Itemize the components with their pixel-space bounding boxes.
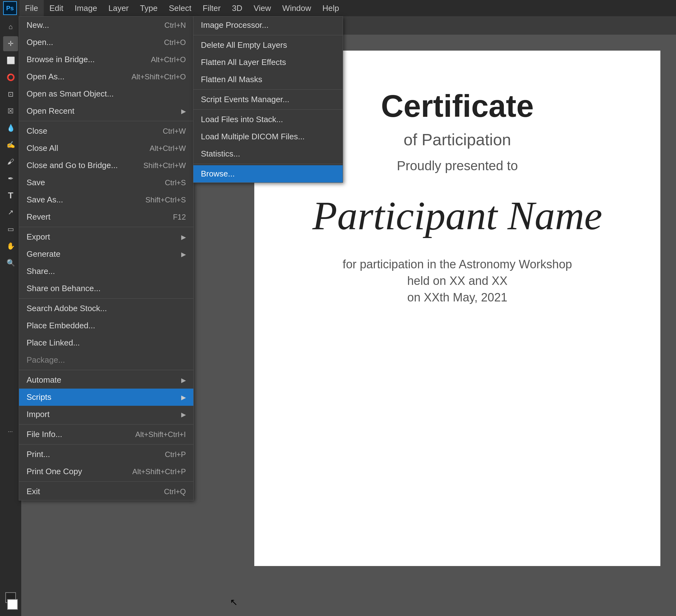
scripts-events-manager[interactable]: Script Events Manager...	[193, 91, 343, 108]
path-selection-icon[interactable]: ↗	[3, 205, 18, 220]
scripts-image-processor[interactable]: Image Processor...	[193, 16, 343, 34]
scripts-divider-1	[193, 35, 343, 35]
file-close[interactable]: Close Ctrl+W	[19, 122, 193, 139]
menu-view[interactable]: View	[248, 0, 277, 16]
menu-edit[interactable]: Edit	[44, 0, 69, 16]
file-package[interactable]: Package...	[19, 351, 193, 369]
ps-logo: Ps	[3, 1, 17, 15]
paint-brush-icon[interactable]: 🖌	[3, 154, 18, 169]
menu-filter[interactable]: Filter	[197, 0, 226, 16]
file-info[interactable]: File Info... Alt+Shift+Ctrl+I	[19, 426, 193, 443]
file-search-stock[interactable]: Search Adobe Stock...	[19, 300, 193, 317]
divider-4	[19, 370, 193, 370]
menu-type[interactable]: Type	[134, 0, 163, 16]
patch-tool-icon[interactable]: ☒	[3, 104, 18, 119]
file-print-one-copy[interactable]: Print One Copy Alt+Shift+Ctrl+P	[19, 463, 193, 480]
eyedropper-tool-icon[interactable]: 💧	[3, 121, 18, 135]
file-exit[interactable]: Exit Ctrl+Q	[19, 483, 193, 500]
scripts-submenu: Image Processor... Delete All Empty Laye…	[193, 16, 343, 183]
file-automate[interactable]: Automate ▶	[19, 372, 193, 389]
cert-for-line2: held on XX and XX	[407, 274, 507, 288]
cert-date: on XXth May, 2021	[407, 291, 507, 304]
scripts-statistics[interactable]: Statistics...	[193, 145, 343, 162]
cert-presented: Proudly presented to	[397, 158, 518, 173]
scripts-divider-4	[193, 164, 343, 164]
scripts-divider-3	[193, 109, 343, 110]
scripts-divider-2	[193, 89, 343, 90]
lasso-tool-icon[interactable]: ⭕	[3, 70, 18, 85]
file-close-go-bridge[interactable]: Close and Go to Bridge... Shift+Ctrl+W	[19, 157, 193, 174]
file-open-smart-object[interactable]: Open as Smart Object...	[19, 85, 193, 103]
menu-3d[interactable]: 3D	[226, 0, 248, 16]
file-import[interactable]: Import ▶	[19, 406, 193, 423]
file-open-recent[interactable]: Open Recent ▶	[19, 103, 193, 120]
healing-tool-icon[interactable]: ✍	[3, 137, 18, 153]
move-tool-icon[interactable]: ✛	[3, 36, 18, 51]
hand-tool-icon[interactable]: ✋	[3, 239, 18, 254]
file-open[interactable]: Open... Ctrl+O	[19, 34, 193, 51]
scripts-load-dicom[interactable]: Load Multiple DICOM Files...	[193, 128, 343, 145]
selection-tool-icon[interactable]: ⬜	[3, 53, 18, 68]
file-share-behance[interactable]: Share on Behance...	[19, 280, 193, 297]
file-open-as[interactable]: Open As... Alt+Shift+Ctrl+O	[19, 68, 193, 85]
file-browse-bridge[interactable]: Browse in Bridge... Alt+Ctrl+O	[19, 51, 193, 68]
menu-layer[interactable]: Layer	[103, 0, 134, 16]
file-print[interactable]: Print... Ctrl+P	[19, 446, 193, 463]
file-place-embedded[interactable]: Place Embedded...	[19, 317, 193, 334]
pen-tool-icon[interactable]: ✒	[3, 171, 18, 186]
file-save-as[interactable]: Save As... Shift+Ctrl+S	[19, 191, 193, 208]
file-export[interactable]: Export ▶	[19, 228, 193, 245]
type-tool-icon[interactable]: T	[3, 188, 18, 203]
file-save[interactable]: Save Ctrl+S	[19, 174, 193, 191]
menu-image[interactable]: Image	[69, 0, 103, 16]
cert-for-line1: for participation in the Astronomy Works…	[343, 258, 572, 271]
menu-items: File Edit Image Layer Type Select Filter…	[19, 0, 345, 16]
cert-title: Certificate	[381, 88, 533, 124]
file-share[interactable]: Share...	[19, 263, 193, 280]
home-icon[interactable]: ⌂	[3, 19, 18, 34]
divider-2	[19, 227, 193, 227]
divider-5	[19, 424, 193, 425]
scripts-flatten-layer-effects[interactable]: Flatten All Layer Effects	[193, 54, 343, 71]
menu-file[interactable]: File	[19, 0, 44, 16]
cert-name: Participant Name	[313, 192, 602, 239]
file-close-all[interactable]: Close All Alt+Ctrl+W	[19, 139, 193, 157]
file-new[interactable]: New... Ctrl+N	[19, 16, 193, 34]
scripts-browse[interactable]: Browse...	[193, 165, 343, 182]
divider-6	[19, 444, 193, 445]
menu-help[interactable]: Help	[317, 0, 345, 16]
zoom-tool-icon[interactable]: 🔍	[3, 256, 18, 271]
crop-tool-icon[interactable]: ⊡	[3, 87, 18, 102]
rectangle-tool-icon[interactable]: ▭	[3, 222, 18, 237]
file-generate[interactable]: Generate ▶	[19, 245, 193, 263]
file-revert[interactable]: Revert F12	[19, 208, 193, 226]
cert-subtitle: of Participation	[404, 130, 511, 149]
menu-window[interactable]: Window	[277, 0, 317, 16]
divider-3	[19, 298, 193, 299]
more-tools-icon[interactable]: ⋯	[3, 424, 18, 439]
scripts-delete-empty-layers[interactable]: Delete All Empty Layers	[193, 37, 343, 54]
file-menu-dropdown: New... Ctrl+N Open... Ctrl+O Browse in B…	[19, 16, 194, 500]
scripts-flatten-masks[interactable]: Flatten All Masks	[193, 71, 343, 88]
left-tool-panel: ⌂ ✛ ⬜ ⭕ ⊡ ☒ 💧 ✍ 🖌 ✒ T ↗ ▭ ✋ 🔍 ⋯	[0, 16, 21, 616]
file-scripts[interactable]: Scripts ▶	[19, 389, 193, 406]
scripts-load-files-stack[interactable]: Load Files into Stack...	[193, 111, 343, 128]
menu-bar: Ps File Edit Image Layer Type Select Fil…	[0, 0, 676, 16]
file-place-linked[interactable]: Place Linked...	[19, 334, 193, 351]
menu-select[interactable]: Select	[163, 0, 197, 16]
